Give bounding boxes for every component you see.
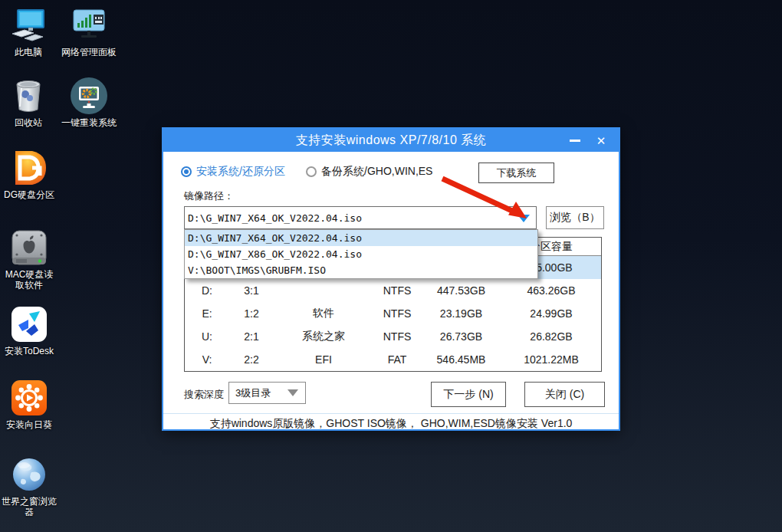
dropdown-item-selected[interactable]: D:\G_WIN7_X64_OK_V2022.04.iso [185,230,537,246]
desktop-icon-label: 网络管理面板 [61,47,117,57]
cell-drive: V: [185,348,229,371]
radio-backup-system[interactable]: 备份系统/GHO,WIN,ES [306,165,432,179]
dropdown-item[interactable]: D:\G_WIN7_X86_OK_V2022.04.iso [185,246,537,262]
minimize-icon [570,140,580,142]
image-path-input[interactable] [188,207,510,228]
dg-partition-icon [9,149,49,187]
cell-drive: U: [185,325,229,348]
cell-used: 26.73GB [421,325,501,348]
cell-filesystem: FAT [373,348,421,371]
desktop-icon-label: 安装ToDesk [5,346,54,356]
image-path-combobox[interactable] [184,206,537,229]
desktop-icon-label: 安装向日葵 [6,419,52,430]
cell-disk-part: 3:1 [229,279,274,302]
image-path-label: 镜像路径： [184,189,234,203]
desktop-icon-label: 此电脑 [15,47,42,57]
cell-volume-label: 软件 [274,302,373,325]
desktop-icon-dg-partition[interactable]: DG硬盘分区 [0,149,58,200]
install-dialog: 支持安装windows XP/7/8/10 系统 ✕ 安装系统/还原分区 备份系… [162,127,620,431]
radio-unselected-icon [306,166,317,177]
table-row[interactable]: V: 2:2 EFI FAT 546.45MB 1021.22MB [185,348,601,371]
statusbar-divider [163,413,619,414]
radio-install-system[interactable]: 安装系统/还原分区 [181,165,285,179]
search-depth-value: 3级目录 [229,386,288,400]
desktop-icon-network-panel[interactable]: 网络管理面板 [57,6,121,57]
close-dialog-button[interactable]: 关闭 (C) [524,382,605,407]
recycle-bin-icon [12,77,44,115]
download-system-button[interactable]: 下载系统 [478,163,554,183]
cell-drive: D: [185,279,229,302]
desktop-icon-label: DG硬盘分区 [4,189,54,200]
image-path-dropdown-list: D:\G_WIN7_X64_OK_V2022.04.iso D:\G_WIN7_… [184,229,538,279]
table-row[interactable]: U: 2:1 系统之家 NTFS 26.73GB 26.82GB [185,325,601,348]
table-row[interactable]: E: 1:2 软件 NTFS 23.19GB 24.99GB [185,302,601,325]
desktop-icon-mac-disk-reader[interactable]: MAC硬盘读取软件 [0,228,58,291]
search-depth-select[interactable]: 3级目录 [228,382,306,404]
desktop-icon-label: 回收站 [15,117,42,128]
desktop-icon-install-todesk[interactable]: 安装ToDesk [0,305,58,356]
next-step-button[interactable]: 下一步 (N) [431,382,506,407]
desktop-icon-world-window-browser[interactable]: 世界之窗浏览器 [0,455,58,517]
search-depth-label: 搜索深度 [184,388,224,402]
cell-capacity: 24.99GB [501,302,601,325]
radio-backup-label: 备份系统/GHO,WIN,ES [321,165,432,179]
globe-icon [12,455,47,494]
cell-capacity: 463.26GB [501,279,601,302]
radio-selected-icon [181,166,192,177]
one-key-reinstall-icon [70,77,108,115]
todesk-icon [11,305,48,343]
cell-disk-part: 2:1 [229,325,274,348]
cell-used: 23.19GB [421,302,501,325]
radio-install-label: 安装系统/还原分区 [196,165,285,179]
cell-filesystem: NTFS [373,302,421,325]
status-bar: 支持windows原版镜像，GHOST ISO镜像， GHO,WIM,ESD镜像… [163,415,619,432]
cell-used: 447.53GB [421,279,501,302]
minimize-button[interactable] [564,129,586,152]
select-dropdown-arrow-icon [288,389,298,396]
cell-volume-label: 系统之家 [274,325,373,348]
dialog-titlebar[interactable]: 支持安装windows XP/7/8/10 系统 ✕ [163,129,619,152]
combobox-dropdown-arrow-icon[interactable] [518,215,530,222]
desktop-icon-install-sunflower[interactable]: 安装向日葵 [0,379,58,430]
dialog-title: 支持安装windows XP/7/8/10 系统 [296,133,487,149]
desktop-icon-label: MAC硬盘读取软件 [2,269,56,291]
cell-capacity: 26.82GB [501,325,601,348]
cell-disk-part: 1:2 [229,302,274,325]
desktop-icon-recycle-bin[interactable]: 回收站 [4,77,53,128]
desktop-icon-label: 世界之窗浏览器 [2,496,57,517]
sunflower-icon [11,379,48,417]
dropdown-item[interactable]: V:\BOOT\IMGS\GRUBFM.ISO [185,262,537,278]
cell-disk-part: 2:2 [229,348,274,371]
this-pc-icon [11,6,46,44]
cell-filesystem: NTFS [373,325,421,348]
cell-used: 546.45MB [421,348,501,371]
cell-capacity: 1021.22MB [501,348,601,371]
cell-drive: E: [185,302,229,325]
table-row[interactable]: D: 3:1 NTFS 447.53GB 463.26GB [185,279,601,302]
close-icon: ✕ [596,135,606,146]
cell-filesystem: NTFS [373,279,421,302]
close-button[interactable]: ✕ [590,129,613,152]
mac-disk-reader-icon [11,228,48,267]
desktop: 此电脑 网络管理面板 [0,0,782,532]
cell-volume-label [274,279,373,302]
browse-button[interactable]: 浏览（B） [546,206,604,229]
cell-volume-label: EFI [274,348,373,371]
network-panel-icon [71,6,107,44]
desktop-icon-label: 一键重装系统 [61,117,117,128]
desktop-icon-this-pc[interactable]: 此电脑 [4,6,53,57]
desktop-icon-one-key-reinstall[interactable]: 一键重装系统 [57,77,121,128]
